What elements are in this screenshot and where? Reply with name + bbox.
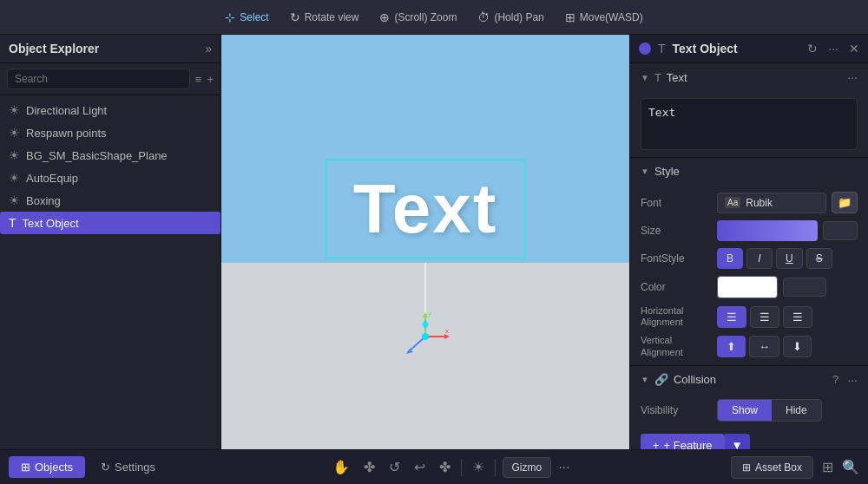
transform-gizmo[interactable]: y x bbox=[399, 311, 451, 363]
toolbar-zoom[interactable]: ⊕ (Scroll) Zoom bbox=[379, 10, 457, 24]
text-section-type-icon: T bbox=[654, 71, 661, 84]
collision-help-icon[interactable]: ? bbox=[832, 373, 838, 386]
search-icon[interactable]: 🔍 bbox=[842, 459, 859, 475]
object-active-indicator bbox=[639, 43, 651, 55]
gizmo-button[interactable]: Gizmo bbox=[503, 457, 552, 478]
toolbar-select[interactable]: ⊹ Select bbox=[225, 10, 268, 24]
toolbar-pan[interactable]: ⏱ (Hold) Pan bbox=[477, 10, 543, 24]
size-slider[interactable] bbox=[717, 220, 818, 241]
tree-item-respawn-points[interactable]: ☀ Respawn points bbox=[0, 121, 220, 144]
move-tool-icon[interactable]: ✤ bbox=[360, 455, 378, 479]
tree-item-directional-light[interactable]: ☀ Directional Light bbox=[0, 99, 220, 121]
autoequip-icon: ☀ bbox=[9, 171, 20, 185]
tree-item-autoequip[interactable]: ☀ AutoEquip bbox=[0, 167, 220, 189]
font-style-buttons: B I U S bbox=[717, 248, 858, 269]
style-section-header[interactable]: ▼ Style bbox=[630, 158, 868, 185]
font-style-label: FontStyle bbox=[641, 252, 710, 265]
text-section-more[interactable]: ··· bbox=[847, 70, 858, 84]
asset-box-button[interactable]: ⊞ Asset Box bbox=[731, 456, 813, 479]
pan-icon: ⏱ bbox=[477, 10, 490, 24]
move-icon: ⊞ bbox=[565, 10, 575, 24]
more-icon[interactable]: ··· bbox=[828, 42, 838, 56]
text-object-tree-icon: T bbox=[9, 216, 16, 230]
settings-tab-icon: ↻ bbox=[101, 461, 110, 474]
opacity-input[interactable]: 100% bbox=[783, 278, 826, 297]
h-align-label: Horizontal Alignment bbox=[641, 305, 710, 328]
tree-item-text-object[interactable]: T Text Object bbox=[0, 212, 220, 234]
asset-box-icon: ⊞ bbox=[742, 461, 751, 474]
refresh-icon[interactable]: ↻ bbox=[807, 42, 818, 56]
style-section-content: Font Aa Rubik 📁 Size 36 bbox=[630, 185, 868, 365]
v-align-bottom[interactable]: ⬇ bbox=[783, 336, 812, 357]
right-panel: T Text Object ↻ ··· ✕ ▼ T Text ··· Text … bbox=[629, 35, 868, 449]
svg-text:x: x bbox=[445, 327, 449, 335]
font-aa-icon: Aa bbox=[725, 197, 740, 208]
font-selector[interactable]: Aa Rubik bbox=[717, 193, 826, 213]
feature-row: + + Feature ▼ bbox=[630, 427, 868, 449]
collapse-icon[interactable]: » bbox=[205, 42, 212, 56]
style-section: ▼ Style Font Aa Rubik 📁 bbox=[630, 158, 868, 366]
feature-dropdown-button[interactable]: ▼ bbox=[725, 434, 750, 449]
bottom-more-icon[interactable]: ··· bbox=[558, 460, 569, 475]
v-align-top[interactable]: ⬆ bbox=[717, 336, 746, 357]
bold-button[interactable]: B bbox=[717, 248, 743, 269]
text-section-content: Text bbox=[630, 91, 868, 157]
boxing-icon: ☀ bbox=[9, 193, 20, 207]
undo-tool-icon[interactable]: ↩ bbox=[411, 455, 429, 479]
svg-point-8 bbox=[422, 333, 429, 340]
close-icon[interactable]: ✕ bbox=[849, 42, 859, 56]
light-toggle-icon[interactable]: ☀ bbox=[469, 455, 488, 479]
h-align-right[interactable]: ☰ bbox=[783, 306, 812, 328]
main-area: Object Explorer » ≡ + ☀ Directional Ligh… bbox=[0, 35, 868, 449]
text-value-input[interactable]: Text bbox=[641, 98, 858, 150]
bottom-tabs: ⊞ Objects ↻ Settings bbox=[9, 456, 168, 478]
viewport-text-display: Text bbox=[353, 169, 498, 249]
tree-item-bg-plane[interactable]: ☀ BG_SM_BasicShape_Plane bbox=[0, 144, 220, 167]
v-align-middle[interactable]: ↔ bbox=[749, 336, 779, 357]
toolbar-move[interactable]: ⊞ Move(WASD) bbox=[565, 10, 643, 24]
collision-more-icon[interactable]: ··· bbox=[847, 373, 858, 387]
size-input[interactable]: 36 bbox=[823, 221, 858, 240]
transform-tool-icon[interactable]: ✤ bbox=[436, 455, 454, 479]
collision-link-icon: 🔗 bbox=[654, 373, 668, 386]
text-section-header[interactable]: ▼ T Text ··· bbox=[630, 63, 868, 91]
left-panel-header-icons: » bbox=[205, 42, 212, 56]
size-label: Size bbox=[641, 225, 710, 237]
strikethrough-button[interactable]: S bbox=[806, 248, 832, 269]
collision-section-header[interactable]: ▼ 🔗 Collision ? ··· bbox=[630, 366, 868, 394]
filter-icon[interactable]: ≡ bbox=[195, 73, 202, 86]
top-bar: ⊹ Select ↻ Rotate view ⊕ (Scroll) Zoom ⏱… bbox=[0, 0, 868, 35]
add-feature-button[interactable]: + + Feature bbox=[641, 434, 725, 449]
tree-item-boxing[interactable]: ☀ Boxing bbox=[0, 189, 220, 212]
svg-text:y: y bbox=[428, 311, 431, 317]
hide-button[interactable]: Hide bbox=[772, 400, 821, 421]
settings-tab[interactable]: ↻ Settings bbox=[89, 456, 168, 478]
objects-tab[interactable]: ⊞ Objects bbox=[9, 456, 85, 478]
rotate-tool-icon[interactable]: ↺ bbox=[385, 455, 404, 479]
bottom-right: ⊞ Asset Box ⊞ 🔍 bbox=[731, 455, 859, 479]
tree-list: ☀ Directional Light ☀ Respawn points ☀ B… bbox=[0, 95, 220, 449]
bottom-bar: ⊞ Objects ↻ Settings ✋ ✤ ↺ ↩ ✤ ☀ Gizmo ·… bbox=[0, 449, 868, 484]
show-button[interactable]: Show bbox=[718, 400, 772, 421]
hand-tool-icon[interactable]: ✋ bbox=[329, 455, 353, 479]
h-align-center[interactable]: ☰ bbox=[750, 306, 779, 328]
search-input[interactable] bbox=[7, 69, 190, 89]
font-value: Aa Rubik 📁 bbox=[717, 192, 858, 213]
color-row: Color 100% bbox=[641, 276, 858, 298]
grid-icon[interactable]: ⊞ bbox=[819, 455, 837, 479]
font-folder-icon[interactable]: 📁 bbox=[832, 192, 858, 213]
collision-section: ▼ 🔗 Collision ? ··· Visibility Show Hide… bbox=[630, 366, 868, 449]
visibility-row: Visibility Show Hide bbox=[630, 394, 868, 427]
font-style-row: FontStyle B I U S bbox=[641, 248, 858, 269]
h-align-left[interactable]: ☰ bbox=[717, 306, 746, 328]
text-section: ▼ T Text ··· Text bbox=[630, 63, 868, 158]
bg-plane-icon: ☀ bbox=[9, 148, 20, 162]
bottom-divider-2 bbox=[495, 459, 496, 476]
viewport[interactable]: Text y x bbox=[221, 35, 629, 449]
color-swatch[interactable] bbox=[717, 276, 778, 298]
underline-button[interactable]: U bbox=[776, 248, 803, 269]
toolbar-rotate[interactable]: ↻ Rotate view bbox=[290, 10, 359, 24]
text-selection-box[interactable]: Text bbox=[326, 159, 526, 259]
add-icon[interactable]: + bbox=[207, 73, 214, 86]
italic-button[interactable]: I bbox=[746, 248, 773, 269]
